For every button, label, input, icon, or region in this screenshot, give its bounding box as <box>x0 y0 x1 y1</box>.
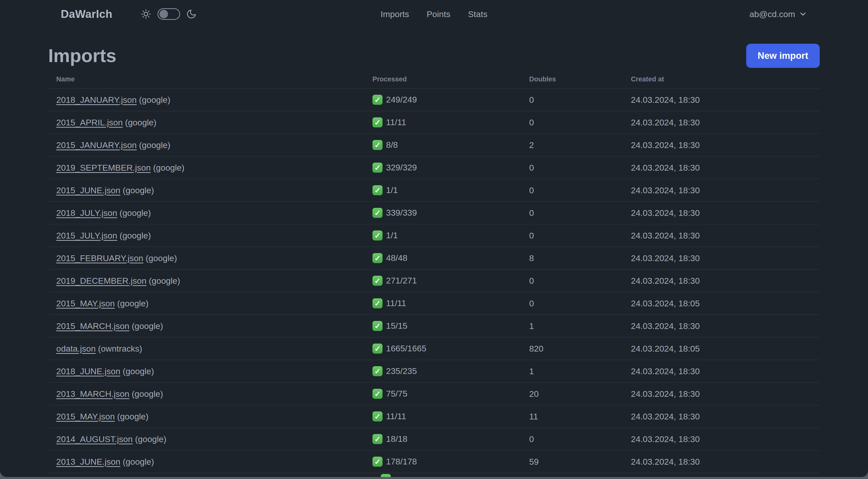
import-file-link[interactable]: 2015_JANUARY.json <box>56 140 136 150</box>
imports-page: Imports New import Name Processed Double… <box>0 44 868 473</box>
check-mark-icon <box>372 208 382 218</box>
column-header-doubles: Doubles <box>521 69 623 88</box>
column-header-name: Name <box>48 69 365 88</box>
name-cell: 2015_JUNE.json (google) <box>48 179 365 202</box>
doubles-cell: 1 <box>521 360 623 383</box>
name-cell: 2015_MAY.json (google) <box>48 405 365 428</box>
processed-cell: 11/11 <box>365 292 521 315</box>
processed-cell: 249/249 <box>365 88 521 111</box>
import-file-link[interactable]: 2018_JANUARY.json <box>56 95 136 104</box>
check-mark-icon <box>372 185 382 195</box>
processed-cell: 48/48 <box>365 247 521 269</box>
import-file-link[interactable]: 2015_MARCH.json <box>56 321 129 331</box>
import-source-label: (google) <box>153 163 185 172</box>
import-file-link[interactable]: 2015_JULY.json <box>56 231 117 240</box>
import-source-label: (google) <box>146 253 177 263</box>
name-cell: 2015_JULY.json (google) <box>48 224 365 247</box>
doubles-cell: 0 <box>521 156 623 179</box>
processed-cell: 329/329 <box>365 156 521 179</box>
nav-link-stats[interactable]: Stats <box>468 9 487 19</box>
processed-cell: 18/18 <box>365 428 521 450</box>
processed-cell: 15/15 <box>365 315 521 337</box>
name-cell: 2015_MARCH.json (google) <box>48 315 365 337</box>
table-row: 2015_JANUARY.json (google) 8/8 2 24.03.2… <box>48 134 820 156</box>
import-source-label: (owntracks) <box>98 344 142 353</box>
import-file-link[interactable]: 2015_MAY.json <box>56 412 115 421</box>
created-at-cell: 24.03.2024, 18:30 <box>623 88 820 111</box>
created-at-cell: 24.03.2024, 18:30 <box>623 315 820 337</box>
created-at-cell: 24.03.2024, 18:30 <box>623 179 820 202</box>
name-cell: odata.json (owntracks) <box>48 337 365 360</box>
app-window: DaWarIch Imports Points <box>0 0 868 477</box>
sun-icon <box>141 8 151 20</box>
name-cell: 2018_JANUARY.json (google) <box>48 88 365 111</box>
check-mark-icon <box>372 411 382 421</box>
doubles-cell: 2 <box>521 134 623 156</box>
import-file-link[interactable]: 2015_APRIL.json <box>56 118 123 127</box>
imports-table: Name Processed Doubles Created at 2018_J… <box>48 69 820 473</box>
created-at-cell: 24.03.2024, 18:05 <box>623 292 820 315</box>
table-row: 2014_AUGUST.json (google) 18/18 0 24.03.… <box>48 428 820 450</box>
created-at-cell: 24.03.2024, 18:30 <box>623 247 820 269</box>
import-file-link[interactable]: 2015_FEBRUARY.json <box>56 253 144 263</box>
nav-link-points[interactable]: Points <box>427 9 451 19</box>
import-source-label: (google) <box>117 412 149 421</box>
processed-count: 18/18 <box>386 434 407 444</box>
check-mark-icon <box>381 474 391 477</box>
table-row: 2018_JULY.json (google) 339/339 0 24.03.… <box>48 202 820 224</box>
import-file-link[interactable]: 2013_JUNE.json <box>56 457 120 467</box>
import-file-link[interactable]: 2015_JUNE.json <box>56 185 120 195</box>
created-at-cell: 24.03.2024, 18:30 <box>623 156 820 179</box>
table-row: 2013_MARCH.json (google) 75/75 20 24.03.… <box>48 383 820 405</box>
table-header-row: Name Processed Doubles Created at <box>48 69 820 88</box>
doubles-cell: 0 <box>521 292 623 315</box>
import-file-link[interactable]: 2019_SEPTEMBER.json <box>56 163 151 172</box>
account-menu[interactable]: ab@cd.com <box>749 9 807 19</box>
doubles-cell: 20 <box>521 383 623 405</box>
check-mark-icon <box>372 321 382 331</box>
import-source-label: (google) <box>132 321 163 331</box>
processed-count: 48/48 <box>386 253 407 263</box>
import-file-link[interactable]: odata.json <box>56 344 96 353</box>
table-row: 2015_FEBRUARY.json (google) 48/48 8 24.0… <box>48 247 820 269</box>
page-header: Imports New import <box>48 44 820 68</box>
new-import-button[interactable]: New import <box>746 44 820 68</box>
created-at-cell: 24.03.2024, 18:30 <box>623 134 820 156</box>
name-cell: 2018_JULY.json (google) <box>48 202 365 224</box>
theme-toggle-group <box>141 8 197 20</box>
check-mark-icon <box>372 343 382 354</box>
import-file-link[interactable]: 2019_DECEMBER.json <box>56 276 147 286</box>
app-logo[interactable]: DaWarIch <box>61 8 112 20</box>
check-mark-icon <box>372 95 382 105</box>
import-file-link[interactable]: 2015_MAY.json <box>56 299 115 308</box>
processed-count: 75/75 <box>386 389 407 398</box>
nav-link-imports[interactable]: Imports <box>380 9 409 19</box>
processed-cell: 1/1 <box>365 179 521 202</box>
import-source-label: (google) <box>120 231 151 240</box>
processed-cell: 339/339 <box>365 202 521 224</box>
processed-cell: 75/75 <box>365 383 521 405</box>
import-file-link[interactable]: 2018_JULY.json <box>56 208 117 218</box>
import-source-label: (google) <box>132 389 163 398</box>
check-mark-icon <box>372 231 382 240</box>
processed-count: 11/11 <box>386 411 406 421</box>
import-source-label: (google) <box>117 299 149 308</box>
import-source-label: (google) <box>149 276 180 286</box>
processed-cell: 1/1 <box>365 224 521 247</box>
chevron-down-icon <box>799 10 807 18</box>
import-file-link[interactable]: 2013_MARCH.json <box>56 389 129 398</box>
table-row: 2019_SEPTEMBER.json (google) 329/329 0 2… <box>48 156 820 179</box>
created-at-cell: 24.03.2024, 18:30 <box>623 269 820 292</box>
table-row: 2019_DECEMBER.json (google) 271/271 0 24… <box>48 269 820 292</box>
import-source-label: (google) <box>139 95 170 104</box>
import-file-link[interactable]: 2018_JUNE.json <box>56 366 120 376</box>
table-row: 2015_MARCH.json (google) 15/15 1 24.03.2… <box>48 315 820 337</box>
table-row: 2018_JUNE.json (google) 235/235 1 24.03.… <box>48 360 820 383</box>
theme-toggle-switch[interactable] <box>157 8 180 20</box>
processed-count: 329/329 <box>386 162 417 172</box>
processed-cell: 11/11 <box>365 405 521 428</box>
check-mark-icon <box>372 140 382 150</box>
import-file-link[interactable]: 2014_AUGUST.json <box>56 434 133 444</box>
processed-cell: 271/271 <box>365 269 521 292</box>
name-cell: 2015_FEBRUARY.json (google) <box>48 247 365 269</box>
